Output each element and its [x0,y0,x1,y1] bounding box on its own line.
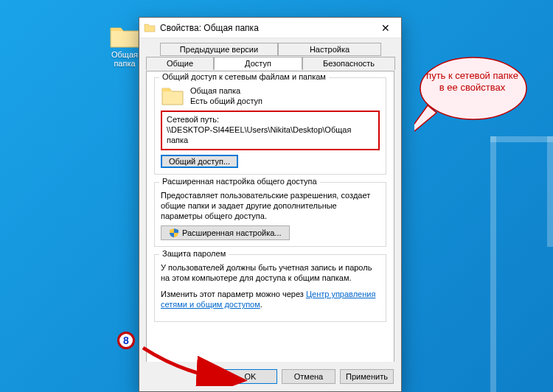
network-path-label: Сетевой путь: [167,114,374,125]
advanced-desc: Предоставляет пользовательские разрешени… [161,190,380,221]
tab-settings[interactable]: Настройка [278,43,381,56]
advanced-sharing-group: Расширенная настройка общего доступа Пре… [154,182,386,247]
shield-icon [169,228,179,238]
password-protection-group: Защита паролем У пользователей должны бы… [154,254,386,322]
callout-text: путь к сетевой папке в ее свойствах [426,70,518,94]
shared-folder-icon [161,85,184,106]
network-path-box: Сетевой путь: \\DESKTOP-SI44EEL\Users\Ni… [161,111,380,150]
tab-general[interactable]: Общие [146,57,214,70]
annotation-callout: путь к сетевой папке в ее свойствах [414,55,525,122]
titlebar[interactable]: Свойства: Общая папка ✕ [139,18,401,38]
protect-line1: У пользователей должны быть учетная запи… [161,262,380,283]
apply-button[interactable]: Применить [340,369,394,384]
group-title: Расширенная настройка общего доступа [159,177,320,186]
shared-folder-name: Общая папка [190,85,262,96]
folder-icon [109,24,140,49]
protect-line2: Изменить этот параметр можно через Центр… [161,289,380,309]
folder-icon [144,22,156,34]
dialog-title: Свойства: Общая папка [160,23,370,33]
close-button[interactable]: ✕ [370,18,401,38]
tab-security[interactable]: Безопасность [302,57,395,70]
advanced-settings-button[interactable]: Расширенная настройка... [161,225,290,240]
share-button[interactable]: Общий доступ... [161,155,238,168]
group-title: Защита паролем [159,249,229,258]
step-badge: 8 [117,332,135,349]
group-title: Общий доступ к сетевым файлам и папкам [159,72,329,81]
properties-dialog: Свойства: Общая папка ✕ Предыдущие верси… [139,17,402,392]
network-path-value[interactable]: \\DESKTOP-SI44EEL\Users\Nikita\Desktop\О… [167,125,374,145]
cancel-button[interactable]: Отмена [282,369,335,384]
tab-access[interactable]: Доступ [214,57,302,70]
shared-folder-status: Есть общий доступ [190,96,262,106]
arrow-annotation [137,342,255,386]
tab-previous-versions[interactable]: Предыдущие версии [160,43,278,56]
network-sharing-group: Общий доступ к сетевым файлам и папкам О… [154,77,386,175]
